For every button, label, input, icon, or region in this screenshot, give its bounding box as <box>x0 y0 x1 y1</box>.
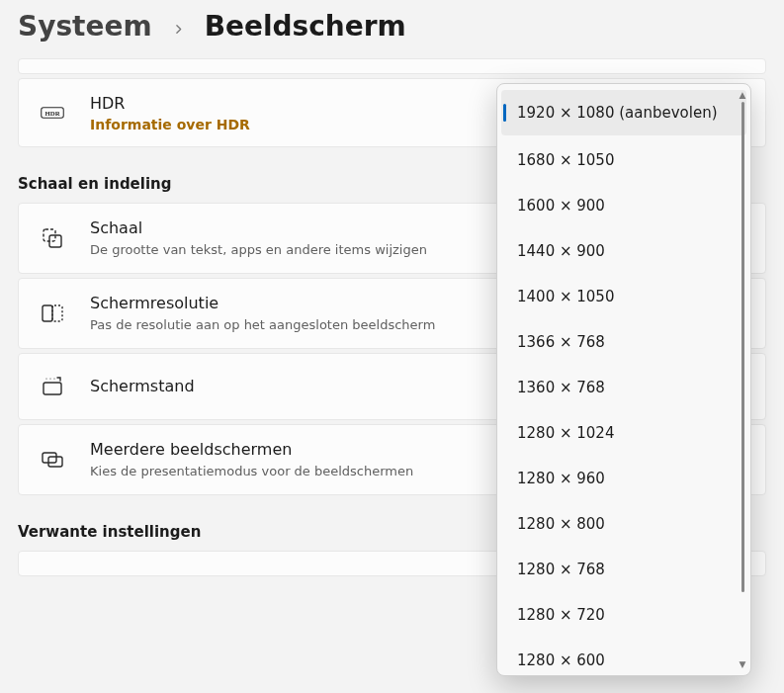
breadcrumb: Systeem Beeldscherm <box>0 0 784 58</box>
scrollbar-thumb[interactable] <box>741 102 744 592</box>
resolution-option[interactable]: 1280 × 600 <box>497 638 750 671</box>
resolution-subtitle: Pas de resolutie aan op het aangesloten … <box>90 316 435 334</box>
resolution-option[interactable]: 1280 × 960 <box>497 456 750 501</box>
resolution-option[interactable]: 1366 × 768 <box>497 319 750 365</box>
resolution-option[interactable]: 1920 × 1080 (aanbevolen) <box>501 90 746 135</box>
multiple-displays-subtitle: Kies de presentatiemodus voor de beeldsc… <box>90 463 413 480</box>
scroll-down-arrow-icon[interactable]: ▼ <box>740 657 746 671</box>
hdr-title: HDR <box>90 93 250 115</box>
scale-subtitle: De grootte van tekst, apps en andere ite… <box>90 241 427 259</box>
resolution-title: Schermresolutie <box>90 293 435 314</box>
hdr-icon: HDR <box>39 101 66 125</box>
svg-rect-6 <box>44 383 61 394</box>
scroll-up-arrow-icon[interactable]: ▲ <box>740 88 746 102</box>
resolution-option[interactable]: 1280 × 1024 <box>497 410 750 456</box>
multiple-displays-icon <box>39 448 66 472</box>
breadcrumb-current: Beeldscherm <box>205 10 406 43</box>
breadcrumb-parent[interactable]: Systeem <box>18 10 152 43</box>
resolution-option[interactable]: 1400 × 1050 <box>497 274 750 319</box>
svg-point-7 <box>45 378 46 379</box>
dropdown-scrollbar[interactable]: ▲ ▼ <box>737 88 748 671</box>
svg-rect-5 <box>52 305 62 321</box>
resolution-option[interactable]: 1280 × 720 <box>497 592 750 638</box>
resolution-option[interactable]: 1280 × 800 <box>497 501 750 547</box>
resolution-icon <box>39 302 66 325</box>
resolution-option[interactable]: 1680 × 1050 <box>497 137 750 183</box>
svg-text:HDR: HDR <box>45 110 60 117</box>
multiple-displays-title: Meerdere beeldschermen <box>90 439 413 461</box>
svg-rect-4 <box>43 305 52 321</box>
svg-point-9 <box>53 378 54 379</box>
resolution-option[interactable]: 1360 × 768 <box>497 365 750 410</box>
scale-icon <box>39 226 66 250</box>
card-top-edge <box>18 58 766 74</box>
chevron-right-icon <box>172 10 185 43</box>
svg-point-8 <box>49 378 50 379</box>
resolution-option[interactable]: 1600 × 900 <box>497 183 750 228</box>
scale-title: Schaal <box>90 217 427 239</box>
hdr-info-link[interactable]: Informatie over HDR <box>90 117 250 132</box>
orientation-title: Schermstand <box>90 376 195 397</box>
resolution-option[interactable]: 1440 × 900 <box>497 228 750 274</box>
orientation-icon <box>39 375 66 398</box>
resolution-dropdown[interactable]: 1920 × 1080 (aanbevolen)1680 × 10501600 … <box>496 83 751 676</box>
resolution-option[interactable]: 1280 × 768 <box>497 547 750 592</box>
